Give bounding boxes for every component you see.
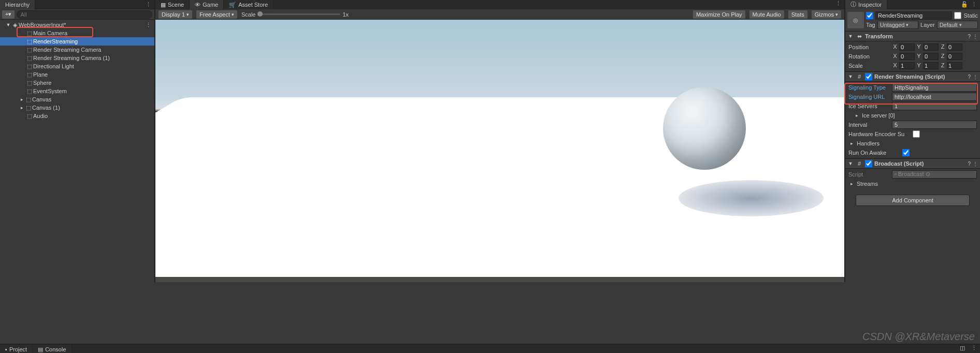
signaling-url-input[interactable] [892, 93, 977, 101]
script-reference[interactable]: ▫ Broadcast ⊙ [892, 170, 977, 179]
rotation-y-input[interactable] [923, 53, 939, 60]
broadcast-component-body: Script▫ Broadcast ⊙ ▸Streams [845, 169, 980, 189]
inspector-panel: ⓘ Inspector 🔓 ⋮ ◎ Static Tag Untagged [844, 0, 980, 282]
help-icon[interactable]: ? [968, 34, 971, 39]
collapse-arrow-icon[interactable]: ▼ [847, 74, 854, 79]
settings-icon[interactable]: ⋮ [973, 34, 978, 39]
tab-asset-store[interactable]: 🛒Asset Store [224, 0, 273, 9]
ice-servers-input[interactable] [892, 102, 977, 110]
position-x-input[interactable] [899, 43, 915, 51]
scale-y-input[interactable] [923, 62, 939, 69]
hierarchy-item[interactable]: ⬚Audio [0, 112, 154, 120]
position-y-input[interactable] [923, 43, 939, 51]
signaling-url-label[interactable]: Signaling URL [848, 94, 890, 100]
rotation-z-input[interactable] [947, 53, 962, 60]
inspector-tab[interactable]: ⓘ Inspector [845, 0, 887, 9]
bottom-layout-icon[interactable]: ◫ [957, 345, 968, 353]
signaling-type-input[interactable] [892, 83, 977, 92]
hierarchy-tab[interactable]: Hierarchy [0, 0, 35, 9]
tab-console[interactable]: ▤ Console [33, 345, 71, 353]
create-button[interactable]: +▾ [2, 10, 15, 19]
hierarchy-item[interactable]: ⬚Main Camera [0, 29, 154, 37]
gameobject-icon: ⬚ [26, 55, 33, 62]
hierarchy-item[interactable]: ▸⬚Canvas [0, 95, 154, 104]
expand-arrow-icon[interactable]: ▸ [848, 181, 855, 186]
static-checkbox[interactable] [954, 12, 961, 19]
scale-x-input[interactable] [899, 62, 915, 69]
add-component-button[interactable]: Add Component [856, 195, 970, 206]
hierarchy-item[interactable]: ⬚EventSystem [0, 87, 154, 95]
layer-dropdown[interactable]: Default [937, 21, 978, 29]
tab-project[interactable]: ▪ Project [0, 345, 33, 353]
expand-arrow-icon[interactable]: ▸ [19, 105, 25, 110]
settings-icon[interactable]: ⋮ [973, 74, 978, 80]
center-menu-icon[interactable]: ⋮ [832, 0, 844, 9]
hierarchy-search-input[interactable] [17, 10, 152, 19]
folder-icon: ▪ [5, 346, 7, 352]
inspector-menu-icon[interactable]: ⋮ [968, 1, 980, 8]
collapse-arrow-icon[interactable]: ▼ [847, 34, 854, 39]
help-icon[interactable]: ? [968, 161, 971, 167]
script-icon: # [856, 160, 863, 167]
run-on-awake-checkbox[interactable] [902, 149, 910, 156]
component-enabled-checkbox[interactable] [865, 160, 872, 167]
signaling-type-label[interactable]: Signaling Type [848, 84, 890, 91]
gameobject-name-input[interactable] [875, 11, 952, 20]
bottom-menu-icon[interactable]: ⋮ [968, 345, 980, 353]
hierarchy-item[interactable]: ⬚Render Streaming Camera (1) [0, 54, 154, 62]
sphere-shadow [679, 180, 824, 216]
expand-arrow-icon[interactable]: ▸ [854, 113, 860, 118]
hw-encoder-checkbox[interactable] [913, 130, 920, 138]
component-enabled-checkbox[interactable] [865, 73, 872, 80]
broadcast-component-header[interactable]: ▼ # Broadcast (Script) ? ⋮ [845, 158, 980, 169]
expand-arrow-icon[interactable]: ▸ [19, 97, 25, 102]
hierarchy-tab-label: Hierarchy [5, 2, 30, 8]
bottom-tabs: ▪ Project ▤ Console ◫ ⋮ [0, 344, 980, 353]
maximize-on-play-button[interactable]: Maximize On Play [693, 10, 745, 19]
interval-input[interactable] [892, 121, 977, 129]
active-checkbox[interactable] [866, 12, 873, 19]
hierarchy-list: ▼ ◈ WebBrowserInput* ⋮ ⬚Main Camera ⬚Ren… [0, 20, 154, 282]
transform-component-header[interactable]: ▼ ⬌ Transform ? ⋮ [845, 31, 980, 41]
transform-component-body: PositionXYZ RotationXYZ ScaleXYZ [845, 41, 980, 71]
collapse-arrow-icon[interactable]: ▼ [847, 161, 854, 166]
hierarchy-item-selected[interactable]: ⬚RenderStreaming [0, 37, 154, 46]
game-icon: 👁 [195, 2, 200, 8]
gameobject-icon: ⬚ [26, 63, 33, 70]
scale-z-input[interactable] [947, 62, 962, 69]
hierarchy-menu-icon[interactable]: ⋮ [142, 1, 154, 8]
stats-button[interactable]: Stats [788, 10, 808, 19]
tab-game[interactable]: 👁Game [190, 0, 224, 9]
hierarchy-item[interactable]: ⬚Directional Light [0, 62, 154, 70]
display-dropdown[interactable]: Display 1 [158, 10, 192, 19]
settings-icon[interactable]: ⋮ [973, 161, 978, 167]
center-panel: ▦Scene 👁Game 🛒Asset Store ⋮ Display 1 Fr… [155, 0, 844, 282]
game-view [155, 20, 844, 282]
game-toolbar: Display 1 Free Aspect Scale 1x Maximize … [155, 9, 844, 20]
mute-audio-button[interactable]: Mute Audio [750, 10, 784, 19]
asset-store-icon: 🛒 [229, 2, 236, 8]
expand-arrow-icon[interactable]: ▼ [5, 22, 11, 27]
render-streaming-component-header[interactable]: ▼ # Render Streaming (Script) ? ⋮ [845, 71, 980, 82]
rotation-x-input[interactable] [899, 53, 915, 60]
tag-dropdown[interactable]: Untagged [877, 21, 918, 29]
layer-label: Layer [920, 22, 935, 28]
scale-slider[interactable] [257, 13, 340, 15]
gizmos-dropdown[interactable]: Gizmos [812, 10, 841, 19]
tab-scene[interactable]: ▦Scene [155, 0, 190, 9]
hierarchy-item[interactable]: ▸⬚Canvas (1) [0, 104, 154, 112]
gameobject-icon: ⬚ [26, 38, 33, 45]
hierarchy-item[interactable]: ⬚Plane [0, 70, 154, 79]
hierarchy-item[interactable]: ⬚Sphere [0, 79, 154, 87]
watermark: CSDN @XR&Metaverse [862, 331, 975, 343]
help-icon[interactable]: ? [968, 74, 971, 80]
hierarchy-item[interactable]: ⬚Render Streaming Camera [0, 46, 154, 54]
expand-arrow-icon[interactable]: ▸ [848, 141, 855, 146]
scene-menu-icon[interactable]: ⋮ [142, 22, 154, 28]
transform-icon: ⬌ [856, 33, 863, 40]
position-z-input[interactable] [947, 43, 962, 51]
aspect-dropdown[interactable]: Free Aspect [196, 10, 237, 19]
gameobject-large-icon[interactable]: ◎ [847, 12, 864, 28]
scene-row[interactable]: ▼ ◈ WebBrowserInput* ⋮ [0, 21, 154, 29]
lock-icon[interactable]: 🔓 [961, 1, 968, 8]
